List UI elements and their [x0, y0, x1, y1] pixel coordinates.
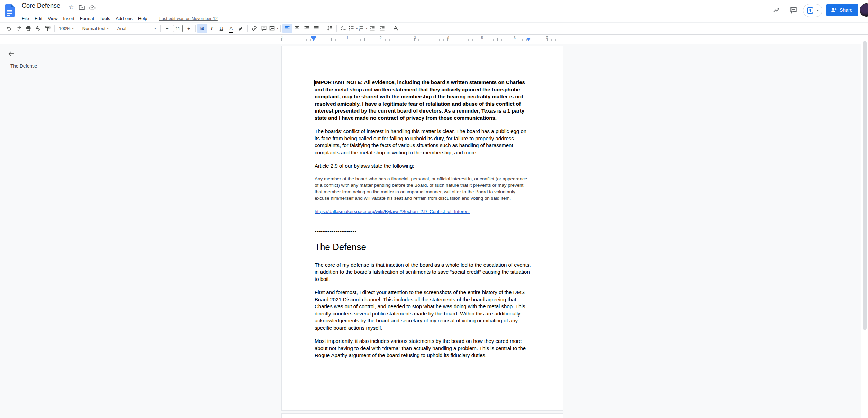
align-left-button[interactable]: [282, 24, 292, 33]
vertical-scrollbar-thumb[interactable]: [863, 41, 867, 330]
menu-file[interactable]: File: [19, 15, 32, 22]
decrease-font-size-button[interactable]: −: [162, 24, 172, 33]
line-spacing-button[interactable]: [325, 24, 335, 33]
ruler-region[interactable]: 1 1 2 3 4 5 6 7: [281, 35, 564, 44]
move-folder-icon[interactable]: [79, 5, 85, 10]
align-right-button[interactable]: [302, 24, 311, 33]
ruler-label: 6: [514, 36, 516, 40]
underline-button[interactable]: U: [217, 24, 226, 33]
paragraph-core-defense[interactable]: The core of my defense is that inaction …: [315, 261, 531, 283]
ruler-label: 4: [447, 36, 449, 40]
account-avatar[interactable]: [860, 3, 868, 17]
upload-dropdown-caret-icon[interactable]: ▾: [817, 9, 819, 12]
menu-help[interactable]: Help: [135, 15, 150, 22]
text-cursor: [314, 80, 315, 86]
font-size-input[interactable]: 11: [173, 25, 183, 32]
left-indent-marker[interactable]: [311, 38, 316, 41]
paragraph-first-foremost[interactable]: First and foremost, I direct your attent…: [315, 289, 531, 331]
app-header: Core Defense ☆ File Edit View Insert For…: [0, 0, 868, 22]
document-page-1[interactable]: IMPORTANT NOTE: All evidence, including …: [281, 46, 563, 411]
right-indent-marker[interactable]: [526, 38, 531, 41]
upload-button[interactable]: ▾: [803, 4, 822, 17]
font-caret-icon: ▾: [154, 27, 156, 30]
ruler-label: 2: [380, 36, 382, 40]
toolbar-separator: [323, 25, 323, 32]
document-canvas: The Defense IMPORTANT NOTE: All evidence…: [0, 44, 868, 418]
person-icon: [831, 7, 837, 13]
spellcheck-button[interactable]: [33, 24, 43, 33]
formatting-toolbar: 100% ▾ Normal text ▾ Arial ▾ − 11 + B I …: [0, 22, 868, 35]
increase-font-size-button[interactable]: +: [184, 24, 193, 33]
menu-tools[interactable]: Tools: [97, 15, 113, 22]
ruler-label: 3: [414, 36, 416, 40]
outline-item[interactable]: The Defense: [10, 63, 37, 69]
menu-format[interactable]: Format: [77, 15, 97, 22]
page-content[interactable]: IMPORTANT NOTE: All evidence, including …: [315, 79, 531, 365]
toolbar-separator: [389, 25, 389, 32]
toolbar-separator: [247, 25, 248, 32]
document-page-2[interactable]: [281, 413, 563, 418]
ruler-label: 1: [281, 36, 283, 40]
insert-image-button[interactable]: ▾: [269, 24, 279, 33]
increase-indent-button[interactable]: [377, 24, 387, 33]
zoom-caret-icon: ▾: [72, 27, 74, 30]
add-comment-button[interactable]: [259, 24, 269, 33]
redo-button[interactable]: [14, 24, 24, 33]
italic-button[interactable]: I: [207, 24, 217, 33]
first-line-indent-marker[interactable]: [311, 36, 316, 38]
google-docs-logo-icon[interactable]: [5, 4, 15, 17]
decrease-indent-button[interactable]: [368, 24, 377, 33]
align-center-button[interactable]: [292, 24, 302, 33]
document-title[interactable]: Core Defense: [22, 2, 60, 9]
cloud-saved-icon[interactable]: [89, 5, 96, 10]
paragraph-important-note[interactable]: IMPORTANT NOTE: All evidence, including …: [315, 79, 531, 122]
toolbar-separator: [280, 25, 281, 32]
justify-button[interactable]: [311, 24, 321, 33]
paint-format-button[interactable]: [43, 24, 53, 33]
toolbar-separator: [78, 25, 78, 32]
last-edit-link[interactable]: Last edit was on November 12: [159, 16, 218, 21]
close-outline-button[interactable]: [8, 50, 15, 57]
toolbar-separator: [195, 25, 196, 32]
ruler-label: 5: [481, 36, 483, 40]
toolbar-separator: [54, 25, 55, 32]
comment-history-icon[interactable]: [790, 6, 797, 14]
paragraph-boards-conflict[interactable]: The boards’ conflict of interest in hand…: [315, 128, 531, 156]
print-button[interactable]: [24, 24, 33, 33]
text-color-button[interactable]: A: [226, 24, 236, 33]
vertical-scrollbar-track[interactable]: [861, 35, 868, 418]
style-caret-icon: ▾: [107, 27, 109, 30]
insert-link-button[interactable]: [250, 24, 259, 33]
menu-addons[interactable]: Add-ons: [113, 15, 135, 22]
toolbar-separator: [113, 25, 113, 32]
undo-button[interactable]: [4, 24, 14, 33]
share-label: Share: [840, 7, 852, 13]
ruler-label: 1: [346, 36, 349, 40]
clear-formatting-button[interactable]: [391, 24, 400, 33]
empty-paragraph[interactable]: [315, 221, 531, 228]
menu-view[interactable]: View: [45, 15, 60, 22]
bulleted-list-button[interactable]: ▾: [348, 24, 358, 33]
highlight-color-button[interactable]: [236, 24, 246, 33]
bold-button[interactable]: B: [197, 24, 207, 33]
ruler-label: 7: [546, 36, 548, 40]
zoom-select[interactable]: 100% ▾: [56, 24, 76, 33]
paragraph-article-29[interactable]: Article 2.9 of our bylaws state the foll…: [315, 162, 531, 170]
paragraph-most-importantly[interactable]: Most importantly, it also includes vario…: [315, 338, 531, 359]
toolbar-separator: [336, 25, 337, 32]
paragraph-divider-dashes[interactable]: ----------------------: [315, 228, 531, 235]
paragraph-style-select[interactable]: Normal text ▾: [80, 24, 111, 33]
star-icon[interactable]: ☆: [69, 4, 74, 10]
bylaws-link[interactable]: https://dallasmakerspace.org/wiki/Bylaws…: [315, 208, 531, 215]
numbered-list-button[interactable]: 123 ▾: [358, 24, 368, 33]
document-stats-icon[interactable]: [772, 6, 780, 14]
font-family-select[interactable]: Arial ▾: [115, 24, 159, 33]
checklist-button[interactable]: [338, 24, 348, 33]
paragraph-bylaws-quote[interactable]: Any member of the board who has a financ…: [315, 176, 531, 202]
heading-the-defense[interactable]: The Defense: [315, 241, 531, 252]
menu-edit[interactable]: Edit: [32, 15, 45, 22]
menu-insert[interactable]: Insert: [60, 15, 77, 22]
share-button[interactable]: Share: [826, 4, 858, 16]
horizontal-ruler[interactable]: 1 1 2 3 4 5 6 7: [0, 35, 868, 44]
numbered-list-caret-icon: ▾: [366, 27, 368, 30]
